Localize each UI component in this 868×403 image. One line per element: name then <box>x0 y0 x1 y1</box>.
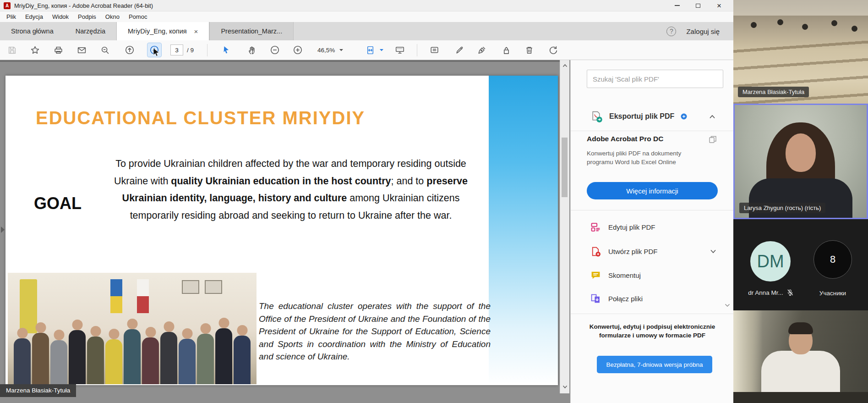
person-silhouette <box>50 340 67 384</box>
hand-tool-button[interactable] <box>245 43 259 57</box>
help-icon[interactable]: ? <box>666 27 676 36</box>
chevron-down-icon[interactable] <box>710 249 716 254</box>
presentation-mode-button[interactable] <box>393 43 407 57</box>
fill-sign-button[interactable] <box>499 43 513 57</box>
video-tile-office-man[interactable] <box>733 310 868 403</box>
meeting-panel: Marzena Błasiak-Tytuła Larysa Zhygun (го… <box>733 0 868 403</box>
select-tool-button[interactable] <box>219 43 233 57</box>
export-pdf-row[interactable]: Eksportuj plik PDF <box>571 102 734 131</box>
person-silhouette <box>69 330 86 384</box>
close-button[interactable]: × <box>709 0 730 11</box>
page-fit-icon <box>366 45 375 55</box>
menu-widok[interactable]: Widok <box>48 13 73 20</box>
promo-title: Adobe Acrobat Pro DC <box>587 135 663 143</box>
chevron-down-icon <box>379 49 384 52</box>
maximize-button[interactable] <box>688 0 709 11</box>
promo-description: Konwertuj pliki PDF na dokumenty program… <box>587 149 700 166</box>
print-icon <box>54 45 63 55</box>
menu-edycja[interactable]: Edycja <box>21 13 48 20</box>
tool-label: Połącz pliki <box>608 295 643 303</box>
audience-head <box>802 24 808 30</box>
maximize-icon <box>696 4 700 8</box>
zoom-out-button[interactable] <box>268 43 282 57</box>
tools-search-input[interactable] <box>587 70 723 88</box>
expand-left-panel-arrow[interactable] <box>1 226 5 233</box>
comment-bubble-icon <box>590 270 601 281</box>
goal-label: GOAL <box>34 194 82 213</box>
page-number-input[interactable]: 3 <box>170 44 183 55</box>
email-button[interactable] <box>75 43 88 57</box>
audience-head <box>777 19 783 25</box>
office-window-light <box>733 310 763 403</box>
rotate-button[interactable] <box>546 43 560 57</box>
tab-tools[interactable]: Narzędzia <box>65 22 116 40</box>
ukraine-flag <box>110 279 122 313</box>
menu-podpis[interactable]: Podpis <box>73 13 101 20</box>
video-tile-auditorium[interactable]: Marzena Błasiak-Tytuła <box>733 0 868 104</box>
document-scrollbar[interactable] <box>560 60 569 393</box>
page-fit-button[interactable] <box>363 43 377 57</box>
speaker-face <box>786 133 816 172</box>
tool-comment[interactable]: Skomentuj <box>571 263 734 287</box>
tool-merge-files[interactable]: Połącz pliki <box>571 287 734 310</box>
comment-button[interactable] <box>427 43 441 57</box>
person-silhouette <box>87 337 104 384</box>
person-silhouette <box>142 337 159 384</box>
person-silhouette <box>32 333 49 384</box>
star-button[interactable] <box>28 43 42 57</box>
panel-scroll-down-icon[interactable] <box>725 304 730 307</box>
save-button[interactable] <box>5 43 19 57</box>
export-pdf-label: Eksportuj plik PDF <box>609 112 674 121</box>
toolbar: 3 / 9 46,5% <box>0 40 733 60</box>
save-icon <box>7 45 17 55</box>
highlight-button[interactable] <box>453 43 466 57</box>
tab-document-active[interactable]: MriyDiy_Eng, копия × <box>116 22 209 40</box>
more-info-button[interactable]: Więcej informacji <box>587 182 718 199</box>
tab-tools-label: Narzędzia <box>76 28 105 35</box>
scrollbar-thumb[interactable] <box>562 138 568 197</box>
zoom-level-control[interactable]: 46,5% <box>317 47 344 54</box>
zoom-in-button[interactable] <box>291 43 305 57</box>
avatar-initials[interactable]: DM <box>750 241 791 282</box>
close-icon: × <box>717 2 721 10</box>
email-icon <box>77 45 87 55</box>
delete-button[interactable] <box>522 43 536 57</box>
free-trial-button[interactable]: Bezpłatna, 7-dniowa wersja próbna <box>597 356 712 373</box>
tool-label: Edytuj plik PDF <box>608 223 655 231</box>
scroll-up-button[interactable] <box>560 64 569 67</box>
close-tab-icon[interactable]: × <box>194 28 198 35</box>
select-cursor-icon <box>222 45 231 55</box>
star-icon <box>30 45 40 55</box>
sign-in-link[interactable]: Zaloguj się <box>686 28 720 35</box>
menu-plik[interactable]: Plik <box>2 13 21 20</box>
participants-count-badge[interactable]: 8 <box>813 240 852 279</box>
tab-document-other[interactable]: Presentation_Marz... <box>209 22 294 40</box>
slide-heading: EDUCATIONAL CLUSTER MRIYDIY <box>36 108 365 128</box>
window-controls: × <box>666 0 730 11</box>
office-desk <box>733 392 868 403</box>
person-silhouette <box>124 329 141 384</box>
menu-pomoc[interactable]: Pomoc <box>124 13 152 20</box>
chevron-up-icon[interactable] <box>709 115 715 119</box>
video-tile-active-speaker[interactable]: Larysa Zhygun (гость) (гість) <box>733 104 868 219</box>
print-button[interactable] <box>51 43 65 57</box>
mic-muted-icon <box>786 289 794 296</box>
menu-okno[interactable]: Okno <box>101 13 124 20</box>
previous-page-button[interactable] <box>123 43 136 57</box>
auditorium-windows <box>733 0 868 16</box>
toolbar-divider <box>207 44 207 56</box>
scroll-down-button[interactable] <box>560 385 569 389</box>
page-fit-dropdown[interactable] <box>379 49 384 52</box>
person-silhouette <box>215 328 232 384</box>
sign-button[interactable] <box>475 43 488 57</box>
tool-edit-pdf[interactable]: Edytuj plik PDF <box>571 215 734 239</box>
chevron-down-icon <box>562 385 568 389</box>
tool-create-pdf[interactable]: Utwórz plik PDF <box>571 239 734 263</box>
minimize-button[interactable] <box>666 0 688 11</box>
find-button[interactable] <box>98 43 112 57</box>
tool-label: Skomentuj <box>608 271 641 279</box>
person-silhouette <box>14 338 31 384</box>
page-total-label: / 9 <box>187 47 194 54</box>
goal-paragraph: To provide Ukrainian children affected b… <box>98 155 483 224</box>
tab-home[interactable]: Strona główna <box>0 22 65 40</box>
